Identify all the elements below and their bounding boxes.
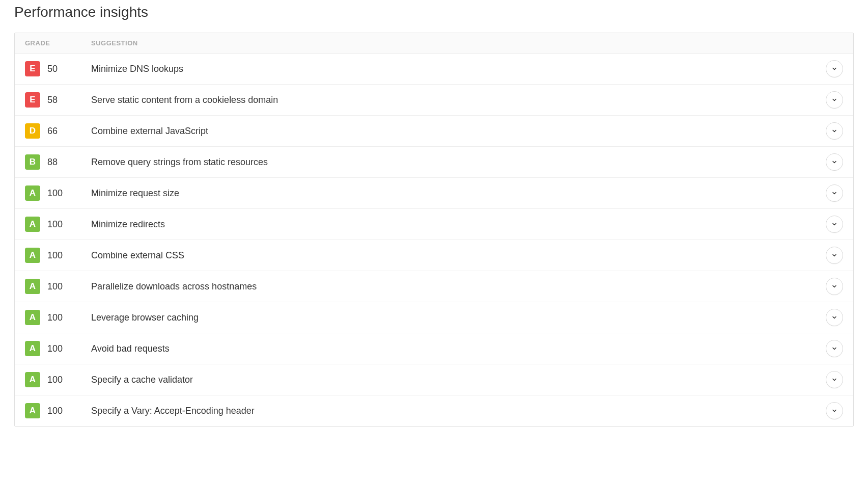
expand-cell: [823, 278, 843, 295]
suggestion-text: Combine external CSS: [91, 250, 823, 261]
table-row[interactable]: A100Leverage browser caching: [15, 302, 853, 333]
table-header: GRADE SUGGESTION: [15, 33, 853, 54]
suggestion-text: Parallelize downloads across hostnames: [91, 281, 823, 292]
expand-cell: [823, 402, 843, 419]
grade-score: 100: [47, 406, 63, 416]
grade-cell: A100: [25, 403, 91, 418]
expand-button[interactable]: [826, 60, 843, 77]
grade-cell: E58: [25, 92, 91, 108]
grade-cell: E50: [25, 61, 91, 76]
grade-score: 100: [47, 281, 63, 292]
grade-score: 100: [47, 312, 63, 323]
grade-score: 58: [47, 95, 58, 105]
suggestion-text: Minimize redirects: [91, 219, 823, 230]
table-row[interactable]: D66Combine external JavaScript: [15, 116, 853, 147]
grade-cell: A100: [25, 310, 91, 325]
expand-cell: [823, 91, 843, 109]
header-grade: GRADE: [25, 39, 91, 47]
grade-cell: D66: [25, 123, 91, 139]
expand-button[interactable]: [826, 278, 843, 295]
grade-cell: A100: [25, 185, 91, 201]
table-row[interactable]: A100Minimize redirects: [15, 209, 853, 240]
table-row[interactable]: A100Avoid bad requests: [15, 333, 853, 364]
chevron-down-icon: [831, 314, 837, 321]
chevron-down-icon: [831, 408, 837, 414]
grade-cell: A100: [25, 279, 91, 294]
expand-button[interactable]: [826, 247, 843, 264]
table-row[interactable]: A100Specify a cache validator: [15, 364, 853, 395]
chevron-down-icon: [831, 159, 837, 165]
chevron-down-icon: [831, 283, 837, 289]
grade-cell: A100: [25, 217, 91, 232]
chevron-down-icon: [831, 346, 837, 352]
expand-cell: [823, 247, 843, 264]
expand-button[interactable]: [826, 216, 843, 233]
grade-badge: D: [25, 123, 40, 139]
expand-button[interactable]: [826, 309, 843, 326]
suggestion-text: Specify a Vary: Accept-Encoding header: [91, 406, 823, 416]
expand-button[interactable]: [826, 340, 843, 357]
grade-badge: A: [25, 185, 40, 201]
expand-button[interactable]: [826, 91, 843, 109]
table-row[interactable]: A100Parallelize downloads across hostnam…: [15, 271, 853, 302]
table-row[interactable]: A100Specify a Vary: Accept-Encoding head…: [15, 395, 853, 426]
table-row[interactable]: A100Minimize request size: [15, 178, 853, 209]
expand-button[interactable]: [826, 184, 843, 202]
chevron-down-icon: [831, 66, 837, 72]
table-row[interactable]: B88Remove query strings from static reso…: [15, 147, 853, 178]
expand-cell: [823, 340, 843, 357]
expand-cell: [823, 309, 843, 326]
grade-score: 88: [47, 157, 58, 168]
grade-score: 100: [47, 188, 63, 199]
expand-cell: [823, 153, 843, 171]
grade-score: 50: [47, 64, 58, 74]
expand-button[interactable]: [826, 371, 843, 388]
chevron-down-icon: [831, 377, 837, 383]
suggestion-text: Combine external JavaScript: [91, 126, 823, 137]
suggestion-text: Serve static content from a cookieless d…: [91, 95, 823, 105]
chevron-down-icon: [831, 221, 837, 227]
grade-score: 100: [47, 343, 63, 354]
chevron-down-icon: [831, 252, 837, 258]
chevron-down-icon: [831, 97, 837, 103]
expand-button[interactable]: [826, 402, 843, 419]
table-row[interactable]: A100Combine external CSS: [15, 240, 853, 271]
grade-badge: A: [25, 310, 40, 325]
suggestion-text: Specify a cache validator: [91, 375, 823, 385]
expand-button[interactable]: [826, 153, 843, 171]
grade-cell: A100: [25, 248, 91, 263]
expand-cell: [823, 371, 843, 388]
grade-cell: A100: [25, 372, 91, 387]
expand-cell: [823, 60, 843, 77]
grade-cell: A100: [25, 341, 91, 356]
expand-cell: [823, 216, 843, 233]
chevron-down-icon: [831, 190, 837, 196]
expand-cell: [823, 184, 843, 202]
grade-badge: A: [25, 341, 40, 356]
table-row[interactable]: E50Minimize DNS lookups: [15, 54, 853, 85]
expand-cell: [823, 122, 843, 140]
page-title: Performance insights: [14, 4, 854, 20]
grade-badge: A: [25, 372, 40, 387]
table-row[interactable]: E58Serve static content from a cookieles…: [15, 85, 853, 116]
grade-badge: A: [25, 217, 40, 232]
grade-badge: B: [25, 154, 40, 170]
grade-badge: E: [25, 92, 40, 108]
grade-badge: A: [25, 279, 40, 294]
header-suggestion: SUGGESTION: [91, 39, 843, 47]
expand-button[interactable]: [826, 122, 843, 140]
suggestion-text: Minimize request size: [91, 188, 823, 199]
insights-table: GRADE SUGGESTION E50Minimize DNS lookups…: [14, 33, 854, 427]
suggestion-text: Avoid bad requests: [91, 343, 823, 354]
grade-score: 100: [47, 219, 63, 230]
suggestion-text: Leverage browser caching: [91, 312, 823, 323]
chevron-down-icon: [831, 128, 837, 134]
grade-score: 100: [47, 375, 63, 385]
grade-score: 66: [47, 126, 58, 137]
grade-score: 100: [47, 250, 63, 261]
grade-badge: A: [25, 248, 40, 263]
grade-cell: B88: [25, 154, 91, 170]
grade-badge: A: [25, 403, 40, 418]
suggestion-text: Remove query strings from static resourc…: [91, 157, 823, 168]
suggestion-text: Minimize DNS lookups: [91, 64, 823, 74]
